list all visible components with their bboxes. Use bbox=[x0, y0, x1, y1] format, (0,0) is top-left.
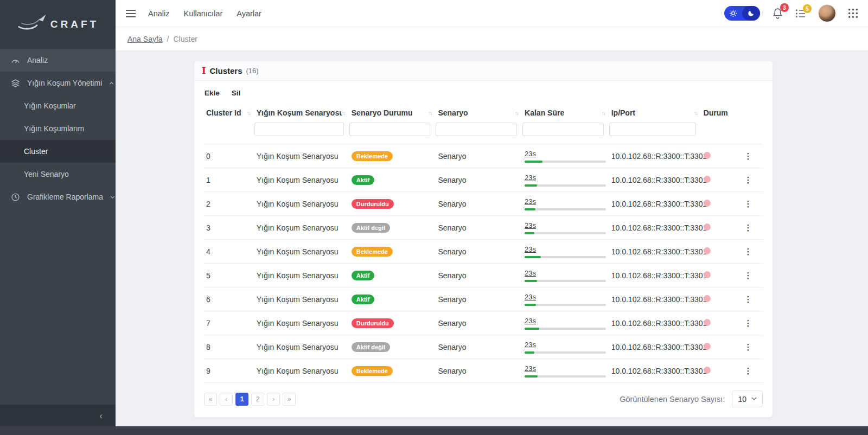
cell-durum bbox=[701, 192, 738, 216]
cell-senaryo: Senaryo bbox=[436, 240, 522, 264]
table-row: 4Yığın Koşum SenaryosuBeklemedeSenaryo23… bbox=[204, 240, 763, 264]
column-header-3[interactable]: Senaryo Durumu↑↓ bbox=[349, 102, 436, 121]
sort-arrows-icon[interactable]: ↑↓ bbox=[342, 110, 345, 116]
row-menu-button[interactable]: ⋮ bbox=[740, 317, 757, 329]
progress-bar bbox=[525, 304, 606, 306]
status-badge: Aktif bbox=[352, 175, 374, 185]
sidebar-footer: ‹ bbox=[0, 405, 116, 426]
user-avatar[interactable] bbox=[818, 4, 836, 22]
remaining-time-label: 23s bbox=[525, 221, 536, 229]
hamburger-menu-icon[interactable] bbox=[125, 9, 136, 18]
pager-first-button[interactable]: « bbox=[204, 393, 217, 406]
column-filter-input[interactable] bbox=[436, 123, 517, 136]
sidebar-group-label: Yığın Koşum Yönetimi bbox=[27, 79, 102, 87]
cell-actions: ⋮ bbox=[738, 311, 763, 335]
filter-cell-3 bbox=[349, 121, 436, 144]
delete-button[interactable]: Sil bbox=[232, 89, 241, 97]
column-filter-input[interactable] bbox=[609, 123, 696, 136]
nav-analiz[interactable]: Analiz bbox=[148, 9, 170, 18]
column-filter-input[interactable] bbox=[349, 123, 431, 136]
pager-page-1[interactable]: 1 bbox=[235, 393, 248, 406]
sort-arrows-icon[interactable]: ↑↓ bbox=[602, 110, 605, 116]
cell-senaryo: Senaryo bbox=[436, 264, 522, 287]
nav-kullanicilar[interactable]: Kullanıcılar bbox=[184, 9, 223, 18]
row-menu-button[interactable]: ⋮ bbox=[740, 246, 757, 257]
cell-scenario-status: Aktif bbox=[349, 264, 436, 287]
pager-prev-button[interactable]: ‹ bbox=[220, 393, 233, 406]
status-dot-icon bbox=[704, 295, 711, 302]
pager-next-button[interactable]: › bbox=[267, 393, 280, 406]
cell-ip-port: 10.0.102.68::R:3300::T:3301 bbox=[609, 264, 701, 287]
card-count: (16) bbox=[246, 67, 259, 75]
cell-senaryo: Senaryo bbox=[436, 359, 522, 383]
row-menu-button[interactable]: ⋮ bbox=[740, 270, 757, 281]
table-row: 0Yığın Koşum SenaryosuBeklemedeSenaryo23… bbox=[204, 144, 763, 168]
sidebar-group-yigin-kosum-yonetimi[interactable]: Yığın Koşum Yönetimi bbox=[0, 72, 116, 94]
table-toolbar: Ekle Sil bbox=[194, 81, 773, 102]
cell-durum bbox=[701, 144, 738, 168]
column-header-5[interactable]: Kalan Süre↑↓ bbox=[522, 102, 609, 121]
column-header-6[interactable]: Ip/Port↑↓ bbox=[609, 102, 701, 121]
progress-bar bbox=[525, 232, 606, 234]
sidebar-group-grafikleme-raporlama[interactable]: Grafikleme Raporlama bbox=[0, 185, 116, 208]
cell-scenario-status: Aktif bbox=[349, 168, 436, 192]
cell-scenario-status: Beklemede bbox=[349, 144, 436, 168]
cell-cluster-id: 3 bbox=[204, 216, 254, 240]
tasks-button[interactable]: 5 bbox=[795, 9, 806, 18]
moon-icon[interactable] bbox=[742, 6, 760, 21]
progress-fill bbox=[525, 232, 534, 234]
row-menu-button[interactable]: ⋮ bbox=[740, 341, 757, 353]
row-menu-button[interactable]: ⋮ bbox=[740, 222, 757, 233]
cell-actions: ⋮ bbox=[738, 287, 763, 311]
cell-ip-port: 10.0.102.68::R:3300::T:3301 bbox=[609, 359, 701, 383]
card-title-marker-icon: I bbox=[202, 67, 206, 75]
table-filter-row bbox=[204, 121, 763, 144]
cell-remaining-time: 23s bbox=[522, 359, 609, 383]
pager-last-button[interactable]: » bbox=[283, 393, 296, 406]
sort-arrows-icon[interactable]: ↑↓ bbox=[694, 110, 697, 116]
cell-scenario-name: Yığın Koşum Senaryosu bbox=[254, 335, 349, 359]
row-menu-button[interactable]: ⋮ bbox=[740, 150, 757, 162]
nav-ayarlar[interactable]: Ayarlar bbox=[237, 9, 261, 18]
column-header-4[interactable]: Senaryo↑↓ bbox=[436, 102, 522, 121]
remaining-time-label: 23s bbox=[525, 245, 536, 253]
sidebar-collapse-button[interactable]: ‹ bbox=[99, 411, 103, 420]
sidebar-item-yigin-kosumlar[interactable]: Yığın Koşumlar bbox=[0, 94, 116, 117]
progress-bar bbox=[525, 208, 606, 210]
cell-cluster-id: 0 bbox=[204, 144, 254, 168]
column-header-2[interactable]: Yığın Koşum Senaryosu↑↓ bbox=[254, 102, 349, 121]
row-menu-button[interactable]: ⋮ bbox=[740, 174, 757, 185]
sort-arrows-icon[interactable]: ↑↓ bbox=[515, 110, 518, 116]
sidebar-item-label: Analiz bbox=[27, 56, 48, 65]
cell-cluster-id: 7 bbox=[204, 311, 254, 335]
sidebar-item-yigin-kosumlarim[interactable]: Yığın Koşumlarım bbox=[0, 117, 116, 140]
column-filter-input[interactable] bbox=[522, 123, 604, 136]
status-badge: Aktif değil bbox=[352, 342, 390, 352]
apps-grid-icon[interactable] bbox=[848, 8, 858, 18]
chevron-down-icon bbox=[751, 397, 757, 401]
sidebar-item-analiz[interactable]: Analiz bbox=[0, 49, 116, 72]
cell-remaining-time: 23s bbox=[522, 240, 609, 264]
row-menu-button[interactable]: ⋮ bbox=[740, 365, 757, 376]
cell-durum bbox=[701, 287, 738, 311]
status-dot-icon bbox=[704, 200, 711, 207]
sort-arrows-icon[interactable]: ↑↓ bbox=[247, 110, 250, 116]
pager-page-2[interactable]: 2 bbox=[251, 393, 264, 406]
theme-toggle[interactable] bbox=[724, 6, 760, 21]
progress-fill bbox=[525, 375, 538, 378]
sidebar-item-cluster[interactable]: Cluster bbox=[0, 140, 116, 163]
cell-durum bbox=[701, 359, 738, 383]
add-button[interactable]: Ekle bbox=[205, 89, 220, 97]
sidebar-item-yeni-senaryo[interactable]: Yeni Senaryo bbox=[0, 163, 116, 185]
filter-cell-4 bbox=[436, 121, 522, 144]
sidebar-item-label: Yığın Koşumlar bbox=[24, 101, 76, 110]
sort-arrows-icon[interactable]: ↑↓ bbox=[428, 110, 431, 116]
breadcrumb-home-link[interactable]: Ana Sayfa bbox=[127, 35, 163, 43]
notifications-button[interactable]: 3 bbox=[772, 8, 783, 19]
column-filter-input[interactable] bbox=[254, 123, 344, 136]
page-size-select[interactable]: 10 bbox=[732, 391, 763, 407]
sun-icon[interactable] bbox=[724, 6, 742, 21]
row-menu-button[interactable]: ⋮ bbox=[740, 293, 757, 305]
row-menu-button[interactable]: ⋮ bbox=[740, 198, 757, 209]
column-header-1[interactable]: Cluster Id↑↓ bbox=[204, 102, 254, 121]
